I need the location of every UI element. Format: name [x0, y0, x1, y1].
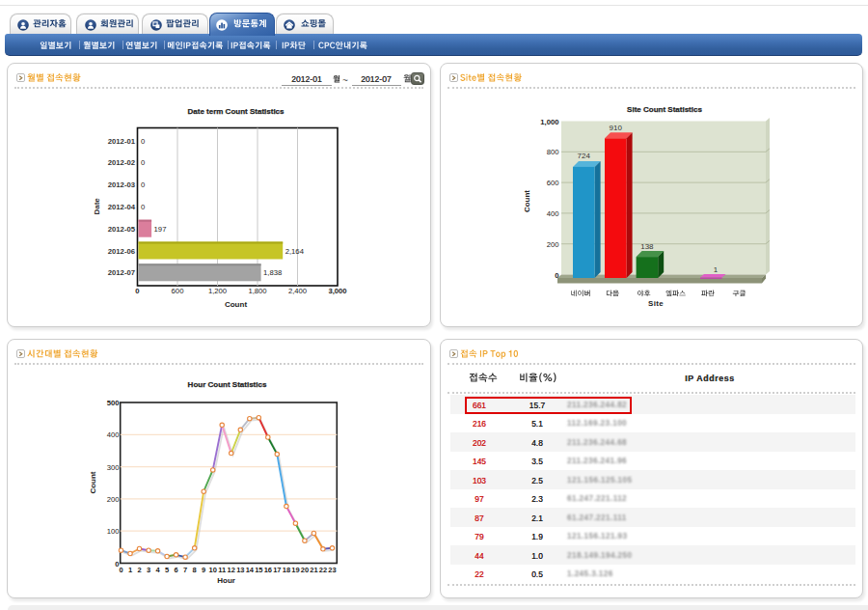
- svg-text:Count: Count: [89, 471, 97, 493]
- svg-text:3: 3: [147, 566, 150, 574]
- svg-text:18: 18: [283, 566, 290, 574]
- svg-text:9: 9: [202, 566, 205, 574]
- svg-text:23: 23: [328, 566, 336, 574]
- svg-text:1,000: 1,000: [540, 117, 558, 125]
- svg-text:3,000: 3,000: [328, 286, 346, 294]
- svg-text:800: 800: [547, 148, 559, 156]
- svg-text:2,164: 2,164: [285, 246, 305, 255]
- svg-text:Count: Count: [225, 299, 247, 308]
- svg-text:2012-07: 2012-07: [108, 268, 135, 277]
- svg-text:17: 17: [273, 566, 281, 574]
- svg-text:1,200: 1,200: [208, 286, 227, 294]
- svg-text:7: 7: [183, 566, 187, 574]
- svg-text:0: 0: [141, 202, 145, 210]
- svg-text:6: 6: [175, 566, 178, 574]
- svg-text:300: 300: [107, 463, 120, 472]
- svg-text:400: 400: [547, 208, 559, 217]
- svg-text:910: 910: [610, 123, 623, 131]
- svg-text:Hour: Hour: [217, 576, 235, 585]
- svg-text:600: 600: [172, 286, 184, 294]
- svg-text:2012-06: 2012-06: [108, 246, 135, 255]
- svg-text:0: 0: [141, 158, 145, 167]
- svg-text:12: 12: [228, 566, 235, 574]
- svg-text:0: 0: [119, 566, 122, 574]
- svg-text:Date: Date: [93, 197, 101, 214]
- svg-text:2: 2: [137, 566, 141, 574]
- svg-text:2012-04: 2012-04: [108, 202, 136, 210]
- svg-text:197: 197: [154, 224, 167, 233]
- svg-text:0: 0: [141, 180, 145, 189]
- svg-text:5: 5: [165, 566, 169, 574]
- svg-text:600: 600: [547, 179, 559, 187]
- svg-text:11: 11: [218, 566, 226, 574]
- svg-text:13: 13: [236, 566, 244, 574]
- svg-text:2012-02: 2012-02: [108, 158, 135, 167]
- svg-text:19: 19: [291, 566, 299, 574]
- svg-text:21: 21: [310, 566, 317, 574]
- svg-text:2,400: 2,400: [288, 286, 307, 294]
- svg-text:4: 4: [156, 566, 161, 574]
- svg-text:Hour Count Statistics: Hour Count Statistics: [188, 380, 267, 389]
- svg-text:2012-03: 2012-03: [108, 180, 135, 189]
- svg-text:400: 400: [107, 430, 120, 439]
- svg-text:Date term Count Statistics: Date term Count Statistics: [187, 106, 285, 115]
- svg-text:724: 724: [578, 152, 591, 160]
- svg-text:22: 22: [319, 566, 327, 574]
- svg-text:2012-01: 2012-01: [108, 136, 136, 145]
- svg-text:15: 15: [255, 566, 262, 574]
- svg-text:Count: Count: [523, 189, 531, 211]
- svg-text:200: 200: [107, 495, 120, 504]
- svg-text:14: 14: [246, 566, 255, 574]
- svg-text:1: 1: [714, 265, 719, 274]
- svg-text:16: 16: [264, 566, 272, 574]
- svg-text:20: 20: [301, 566, 309, 574]
- svg-text:200: 200: [547, 239, 559, 248]
- svg-text:100: 100: [107, 527, 120, 536]
- svg-text:0: 0: [135, 286, 139, 294]
- svg-text:Site Count Statistics: Site Count Statistics: [627, 104, 702, 113]
- svg-text:1,800: 1,800: [248, 286, 266, 294]
- svg-text:8: 8: [193, 566, 197, 574]
- svg-text:10: 10: [209, 566, 217, 574]
- svg-text:0: 0: [141, 136, 145, 145]
- svg-text:1: 1: [128, 566, 132, 574]
- svg-text:Site: Site: [648, 299, 664, 308]
- svg-text:2012-05: 2012-05: [108, 224, 136, 233]
- svg-text:138: 138: [640, 241, 654, 250]
- svg-text:1,838: 1,838: [263, 268, 282, 277]
- svg-text:500: 500: [107, 399, 120, 407]
- svg-text:0: 0: [555, 270, 558, 279]
